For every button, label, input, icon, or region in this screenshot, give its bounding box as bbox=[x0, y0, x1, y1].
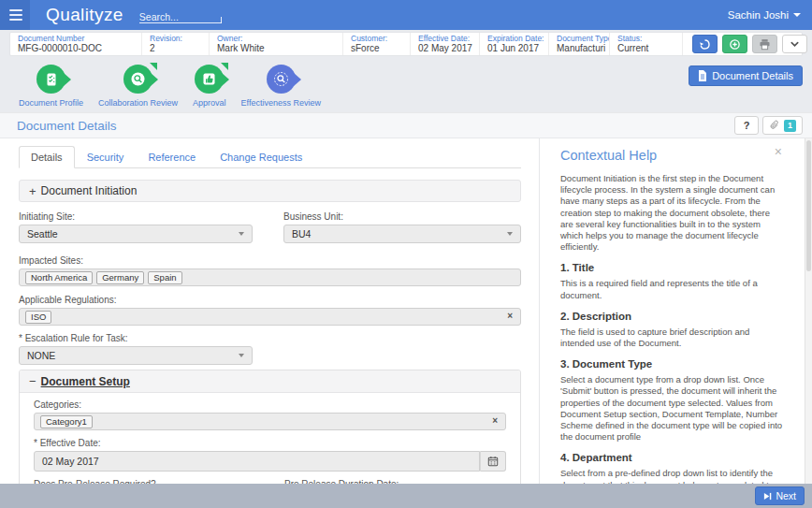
corner-flag-icon bbox=[150, 63, 157, 70]
caret-down-icon bbox=[239, 232, 244, 236]
chevron-down-icon bbox=[790, 39, 800, 50]
doc-field-status: Status: Current bbox=[609, 33, 682, 55]
scrollbar-thumb[interactable] bbox=[806, 140, 811, 271]
tag-spain[interactable]: Spain bbox=[148, 271, 181, 284]
document-setup-body: Categories: Category1 × * Effective Date… bbox=[20, 393, 520, 484]
restore-revision-button[interactable] bbox=[692, 35, 718, 53]
clear-icon[interactable]: × bbox=[507, 311, 513, 321]
doc-field-revision: Revision: 2 bbox=[141, 33, 209, 55]
tag-germany[interactable]: Germany bbox=[96, 271, 144, 284]
hamburger-menu-icon[interactable] bbox=[0, 0, 30, 30]
main-content: Details Security Reference Change Reques… bbox=[0, 138, 812, 484]
tab-details[interactable]: Details bbox=[19, 146, 75, 168]
impacted-sites-label: Impacted Sites: bbox=[19, 254, 521, 267]
contextual-help-title: Contextual Help bbox=[560, 148, 784, 163]
add-button[interactable] bbox=[722, 35, 747, 53]
panel-actions: ? 1 bbox=[734, 116, 803, 135]
calendar-icon bbox=[487, 456, 499, 467]
workflow-step-approval[interactable]: Approval bbox=[193, 65, 226, 112]
doc-field-owner: Owner: Mark White bbox=[209, 33, 342, 55]
document-details-button[interactable]: Document Details bbox=[689, 65, 803, 86]
doc-field-document-number: Document Number MFG-0000010-DOC bbox=[10, 33, 141, 55]
pre-release-duration-label: Pre Release Duration Date: bbox=[284, 479, 399, 484]
tag-north-america[interactable]: North America bbox=[25, 271, 93, 284]
tab-security[interactable]: Security bbox=[75, 146, 137, 168]
document-action-buttons bbox=[682, 33, 812, 55]
print-button[interactable] bbox=[752, 35, 777, 53]
categories-label: Categories: bbox=[34, 399, 506, 411]
document-setup-section-header[interactable]: − Document Setup bbox=[20, 370, 520, 393]
tab-bar: Details Security Reference Change Reques… bbox=[19, 146, 521, 168]
search-input[interactable] bbox=[139, 9, 222, 24]
tab-change-requests[interactable]: Change Requests bbox=[208, 146, 314, 168]
workflow-step-label: Document Profile bbox=[19, 98, 83, 108]
user-menu[interactable]: Sachin Joshi bbox=[728, 0, 801, 30]
help-heading-department: 4. Department bbox=[560, 451, 784, 465]
caret-down-icon bbox=[239, 354, 244, 357]
next-button[interactable]: Next bbox=[755, 486, 805, 505]
impacted-sites-input[interactable]: North America Germany Spain bbox=[19, 269, 521, 286]
workflow-step-label: Effectiveness Review bbox=[241, 98, 321, 108]
expand-plus-icon: + bbox=[29, 184, 36, 198]
chevron-down-icon bbox=[793, 13, 801, 17]
close-icon[interactable]: × bbox=[775, 145, 782, 158]
business-unit-label: Business Unit: bbox=[283, 210, 521, 223]
clipped-field-row: Does Pre-Release Required? Pre Release D… bbox=[34, 479, 506, 484]
escalation-rule-select[interactable]: NONE bbox=[19, 346, 253, 365]
escalation-rule-value: NONE bbox=[27, 350, 55, 361]
brand-logo[interactable]: Qualityze bbox=[46, 5, 123, 25]
document-setup-section: − Document Setup Categories: Category1 ×… bbox=[19, 370, 521, 484]
workflow-step-effectiveness-review[interactable]: Effectiveness Review bbox=[241, 65, 321, 112]
add-icon bbox=[729, 38, 741, 51]
printer-icon bbox=[759, 38, 771, 51]
document-initiation-section-header[interactable]: + Document Initiation bbox=[19, 180, 521, 202]
escalation-rule-label: * Escalation Rule for Task: bbox=[19, 332, 521, 344]
tag-category1[interactable]: Category1 bbox=[40, 415, 93, 428]
scrollbar[interactable] bbox=[805, 138, 812, 484]
help-body-department: Select from a pre-defined drop down list… bbox=[560, 468, 784, 484]
section-title: Document Setup bbox=[41, 375, 130, 388]
pre-release-required-label: Does Pre-Release Required? bbox=[34, 479, 284, 484]
review-magnifier-icon bbox=[123, 65, 152, 94]
footer-bar: Next bbox=[0, 484, 812, 508]
initiating-site-select[interactable]: Seattle bbox=[19, 225, 253, 243]
effective-date-value: 02 May 2017 bbox=[42, 456, 99, 467]
calendar-button[interactable] bbox=[480, 451, 506, 472]
help-heading-document-type: 3. Document Type bbox=[560, 357, 784, 371]
document-icon bbox=[698, 70, 707, 81]
page-title: Document Details bbox=[17, 119, 117, 133]
doc-field-document-type: Document Type: Manufacturing Do bbox=[548, 33, 609, 55]
contextual-help-panel: Contextual Help × Document Initiation is… bbox=[540, 138, 805, 484]
thumbs-up-icon bbox=[195, 65, 224, 94]
applicable-regulations-input[interactable]: ISO × bbox=[19, 308, 521, 326]
skip-forward-icon bbox=[763, 492, 772, 501]
clear-icon[interactable]: × bbox=[492, 415, 498, 426]
attachments-button[interactable]: 1 bbox=[762, 116, 803, 135]
categories-input[interactable]: Category1 × bbox=[34, 413, 506, 430]
help-body-description: The field is used to capture brief descr… bbox=[560, 327, 784, 349]
help-button[interactable]: ? bbox=[734, 116, 759, 135]
details-form: Details Security Reference Change Reques… bbox=[0, 138, 540, 484]
business-unit-select[interactable]: BU4 bbox=[283, 225, 521, 243]
workflow-step-collaboration-review[interactable]: Collaboration Review bbox=[98, 65, 178, 112]
help-body-document-type: Select a document type from a drop down … bbox=[560, 374, 784, 443]
more-actions-button[interactable] bbox=[782, 35, 807, 53]
collapse-minus-icon: − bbox=[29, 374, 36, 388]
doc-field-effective-date: Effective Date: 02 May 2017 bbox=[410, 33, 479, 55]
effectiveness-magnifier-icon bbox=[267, 65, 296, 94]
tab-reference[interactable]: Reference bbox=[136, 146, 208, 168]
effective-date-input[interactable]: 02 May 2017 bbox=[34, 451, 480, 472]
attachment-count-badge: 1 bbox=[784, 120, 796, 132]
doc-field-expiration-date: Expiration Date: 01 Jun 2017 bbox=[479, 33, 548, 55]
question-icon: ? bbox=[744, 120, 750, 131]
workflow-step-label: Approval bbox=[193, 98, 226, 108]
checklist-icon bbox=[36, 65, 65, 94]
section-title: Document Initiation bbox=[41, 184, 138, 197]
initiating-site-value: Seattle bbox=[27, 228, 58, 239]
workflow-step-document-profile[interactable]: Document Profile bbox=[19, 65, 83, 112]
initiating-site-label: Initiating Site: bbox=[19, 210, 253, 223]
tag-iso[interactable]: ISO bbox=[25, 311, 51, 324]
top-bar: Qualityze Sachin Joshi bbox=[0, 0, 812, 30]
site-unit-row: Initiating Site: Seattle Business Unit: … bbox=[19, 202, 521, 243]
doc-field-customer: Customer: sForce bbox=[342, 33, 410, 55]
